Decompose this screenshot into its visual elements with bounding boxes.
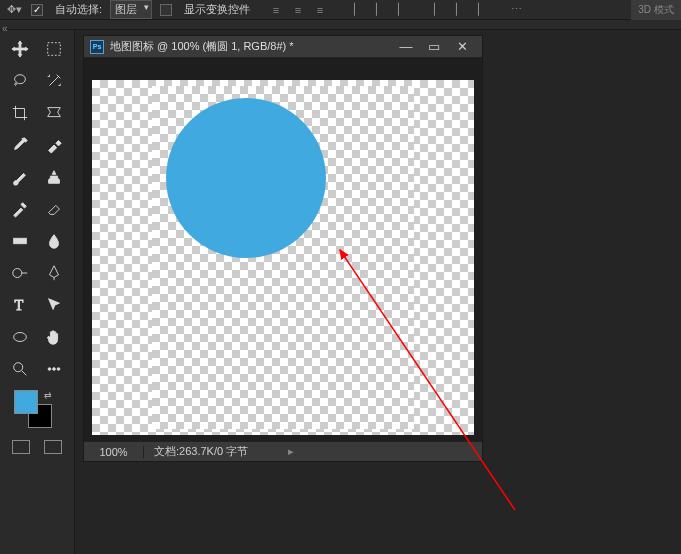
align-bottom-icon[interactable]: ≡ [310, 2, 330, 18]
dist-top-icon[interactable]: ⎢ [426, 2, 446, 18]
eyedropper-tool-icon[interactable] [8, 134, 32, 156]
collapse-icon[interactable]: « [2, 23, 12, 33]
zoom-level[interactable]: 100% [84, 446, 144, 458]
quickmask-mode-icon[interactable] [44, 440, 62, 454]
document-title: 地图图标 @ 100% (椭圆 1, RGB/8#) * [110, 39, 392, 54]
show-transform-checkbox[interactable] [160, 4, 172, 16]
svg-point-8 [57, 368, 60, 371]
edit-toolbar-icon[interactable] [42, 358, 66, 380]
crop-tool-icon[interactable] [8, 102, 32, 124]
brush-tool-icon[interactable] [8, 166, 32, 188]
foreground-color-swatch[interactable] [14, 390, 38, 414]
healing-brush-tool-icon[interactable] [42, 134, 66, 156]
document-window: Ps 地图图标 @ 100% (椭圆 1, RGB/8#) * — ▭ ✕ [83, 35, 483, 462]
close-button[interactable]: ✕ [448, 38, 476, 56]
history-brush-tool-icon[interactable] [8, 198, 32, 220]
show-transform-label: 显示变换控件 [184, 2, 250, 17]
clone-stamp-tool-icon[interactable] [42, 166, 66, 188]
toolbox: T ⇄ [0, 30, 75, 554]
lasso-tool-icon[interactable] [8, 70, 32, 92]
svg-rect-1 [14, 238, 27, 243]
svg-text:T: T [15, 297, 24, 313]
dodge-tool-icon[interactable] [8, 262, 32, 284]
align-top-icon[interactable]: ≡ [266, 2, 286, 18]
align-left-icon[interactable]: ⎢ [346, 2, 366, 18]
move-tool-indicator: ✥▾ [5, 2, 23, 18]
document-info[interactable]: 文档:263.7K/0 字节 [144, 444, 482, 459]
swap-colors-icon[interactable]: ⇄ [44, 390, 52, 400]
rect-marquee-tool-icon[interactable] [42, 38, 66, 60]
minimize-button[interactable]: — [392, 38, 420, 56]
standard-mode-icon[interactable] [12, 440, 30, 454]
blur-tool-icon[interactable] [42, 230, 66, 252]
move-tool-icon[interactable] [8, 38, 32, 60]
ellipse-tool-icon[interactable] [8, 326, 32, 348]
svg-point-6 [48, 368, 51, 371]
svg-point-5 [14, 363, 23, 372]
eraser-tool-icon[interactable] [42, 198, 66, 220]
auto-select-checkbox[interactable] [31, 4, 43, 16]
svg-point-7 [53, 368, 56, 371]
dist-vcenter-icon[interactable]: ⎢ [448, 2, 468, 18]
slice-tool-icon[interactable] [42, 102, 66, 124]
align-hcenter-icon[interactable]: ⎢ [368, 2, 388, 18]
pen-tool-icon[interactable] [42, 262, 66, 284]
maximize-button[interactable]: ▭ [420, 38, 448, 56]
type-tool-icon[interactable]: T [8, 294, 32, 316]
hand-tool-icon[interactable] [42, 326, 66, 348]
dist-bottom-icon[interactable]: ⎢ [470, 2, 490, 18]
overflow-icon[interactable]: ⋯ [506, 2, 526, 18]
align-right-icon[interactable]: ⎢ [390, 2, 410, 18]
canvas[interactable] [92, 80, 474, 435]
svg-point-4 [14, 333, 27, 342]
ellipse-shape[interactable] [166, 98, 326, 258]
zoom-tool-icon[interactable] [8, 358, 32, 380]
mode-3d-label[interactable]: 3D 模式 [631, 0, 681, 20]
ps-file-icon: Ps [90, 40, 104, 54]
svg-point-2 [13, 269, 22, 278]
path-selection-tool-icon[interactable] [42, 294, 66, 316]
svg-rect-0 [48, 43, 61, 56]
magic-wand-tool-icon[interactable] [42, 70, 66, 92]
align-vcenter-icon[interactable]: ≡ [288, 2, 308, 18]
auto-select-label: 自动选择: [55, 2, 102, 17]
layer-select[interactable]: 图层 [110, 0, 152, 19]
gradient-tool-icon[interactable] [8, 230, 32, 252]
